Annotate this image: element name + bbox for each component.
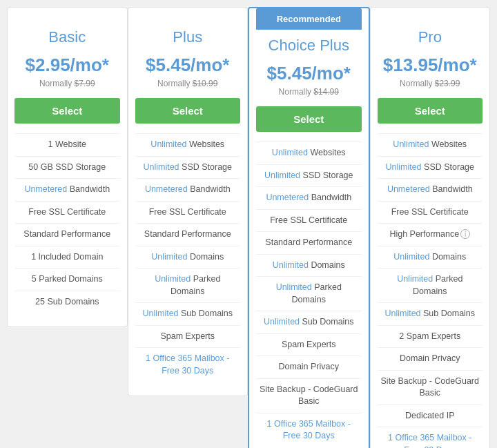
feature-item: Unlimited Sub Domains [378, 302, 483, 325]
feature-item: 5 Parked Domains [14, 268, 120, 291]
plan-normal-price-choice-plus: Normally $14.99 [256, 87, 362, 97]
feature-item: Unlimited Sub Domains [135, 302, 241, 325]
select-button-basic[interactable]: Select [14, 98, 120, 124]
feature-item: 1 Office 365 Mailbox - Free 30 Days [378, 427, 483, 448]
feature-item: 50 GB SSD Storage [14, 156, 120, 179]
feature-item: Unlimited Domains [256, 254, 362, 277]
feature-item: Domain Privacy [256, 356, 362, 378]
feature-item: Unlimited Parked Domains [256, 276, 362, 311]
feature-item: 25 Sub Domains [14, 291, 120, 313]
plan-price-plus: $5.45/mo* [135, 55, 241, 76]
select-button-choice-plus[interactable]: Select [256, 106, 362, 132]
feature-item: 1 Website [14, 133, 120, 156]
feature-item: 1 Office 365 Mailbox - Free 30 Days [256, 413, 362, 447]
feature-item: Unlimited SSD Storage [378, 156, 483, 179]
feature-item: Unlimited Websites [256, 142, 362, 164]
feature-item: Unmetered Bandwidth [256, 186, 362, 209]
features-list-choice-plus: Unlimited WebsitesUnlimited SSD StorageU… [256, 142, 362, 447]
feature-item: Standard Performance [135, 223, 241, 246]
features-list-basic: 1 Website50 GB SSD StorageUnmetered Band… [14, 133, 120, 313]
feature-item: Spam Experts [256, 333, 362, 356]
plan-name-pro: Pro [378, 28, 483, 46]
pricing-container: Basic$2.95/mo*Normally $7.99Select1 Webs… [7, 7, 490, 448]
plan-normal-price-basic: Normally $7.99 [14, 79, 120, 88]
feature-item: High Performancei [378, 223, 483, 246]
feature-item: Site Backup - CodeGuard Basic [378, 370, 483, 405]
plan-name-plus: Plus [135, 28, 241, 46]
feature-item: Unlimited Parked Domains [135, 268, 241, 302]
plan-card-plus: Plus$5.45/mo*Normally $10.99SelectUnlimi… [128, 7, 248, 396]
plan-normal-price-plus: Normally $10.99 [135, 79, 241, 88]
feature-item: Unlimited Parked Domains [378, 268, 483, 302]
feature-item: 1 Included Domain [14, 246, 120, 269]
feature-item: Unmetered Bandwidth [135, 178, 241, 201]
feature-item: 1 Office 365 Mailbox - Free 30 Days [135, 347, 241, 382]
feature-item: Spam Experts [135, 325, 241, 348]
feature-item: Standard Performance [256, 231, 362, 254]
feature-item: Unlimited Websites [378, 133, 483, 156]
features-list-pro: Unlimited WebsitesUnlimited SSD StorageU… [378, 133, 483, 448]
feature-item: Unlimited Sub Domains [256, 311, 362, 333]
info-icon[interactable]: i [460, 229, 470, 239]
feature-item: Unlimited SSD Storage [135, 156, 241, 179]
feature-item: Free SSL Certificate [256, 209, 362, 232]
feature-item: Free SSL Certificate [14, 201, 120, 224]
plan-price-choice-plus: $5.45/mo* [256, 63, 362, 84]
recommended-badge: Recommended [256, 8, 362, 30]
feature-item: Site Backup - CodeGuard Basic [256, 378, 362, 413]
feature-item: Unmetered Bandwidth [378, 178, 483, 201]
feature-item: Unmetered Bandwidth [14, 178, 120, 201]
plan-card-basic: Basic$2.95/mo*Normally $7.99Select1 Webs… [7, 7, 128, 327]
feature-item: Unlimited SSD Storage [256, 164, 362, 187]
feature-item: Free SSL Certificate [378, 201, 483, 224]
feature-item: Free SSL Certificate [135, 201, 241, 224]
feature-item: Unlimited Domains [135, 246, 241, 269]
plan-name-choice-plus: Choice Plus [256, 37, 362, 55]
feature-item: Unlimited Websites [135, 133, 241, 156]
feature-item: Domain Privacy [378, 347, 483, 370]
plan-card-pro: Pro$13.95/mo*Normally $23.99SelectUnlimi… [370, 7, 491, 448]
feature-item: Standard Performance [14, 223, 120, 246]
plan-normal-price-pro: Normally $23.99 [378, 79, 483, 88]
feature-item: 2 Spam Experts [378, 325, 483, 348]
feature-item: Dedicated IP [378, 405, 483, 427]
select-button-plus[interactable]: Select [135, 98, 241, 124]
plan-price-basic: $2.95/mo* [14, 55, 120, 76]
plan-price-pro: $13.95/mo* [378, 55, 483, 76]
select-button-pro[interactable]: Select [378, 98, 483, 124]
features-list-plus: Unlimited WebsitesUnlimited SSD StorageU… [135, 133, 241, 382]
plan-name-basic: Basic [14, 28, 120, 46]
feature-item: Unlimited Domains [378, 246, 483, 269]
plan-card-choice-plus: RecommendedChoice Plus$5.45/mo*Normally … [248, 7, 370, 448]
